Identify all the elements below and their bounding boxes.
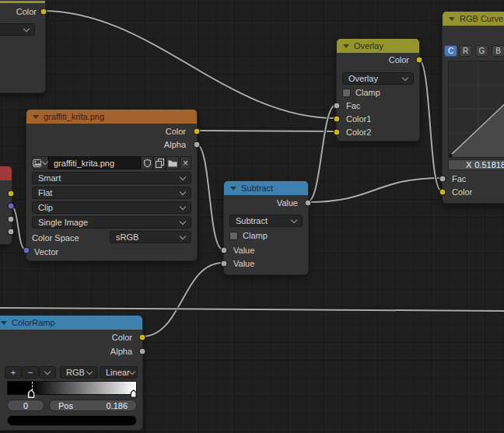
input-label-fac: Fac bbox=[452, 174, 466, 183]
node-header[interactable]: Overlay bbox=[337, 39, 419, 53]
node-rgb-curves[interactable]: RGB Curves C R G B X 0.51818 Fac Color bbox=[442, 11, 504, 204]
socket-vector-input[interactable] bbox=[23, 247, 30, 254]
blend-mode-dropdown[interactable]: Overlay bbox=[342, 72, 414, 85]
gradient-bar[interactable] bbox=[7, 381, 137, 395]
input-label-fac: Fac bbox=[346, 101, 360, 110]
collapse-arrow-icon[interactable] bbox=[230, 187, 236, 190]
channel-button-g[interactable]: G bbox=[475, 45, 488, 57]
remove-stop-button[interactable]: − bbox=[22, 366, 39, 379]
socket-output-2[interactable] bbox=[8, 203, 15, 210]
socket-value-input-1[interactable] bbox=[221, 247, 228, 254]
collapse-arrow-icon[interactable] bbox=[33, 115, 39, 119]
x-value: 0.51818 bbox=[474, 160, 504, 169]
socket-output-4[interactable] bbox=[8, 229, 15, 236]
node-header-input[interactable] bbox=[0, 166, 12, 180]
chevron-down-icon bbox=[44, 368, 51, 374]
channel-button-c[interactable]: C bbox=[444, 45, 457, 57]
duplicate-image-button[interactable] bbox=[153, 156, 166, 169]
node-math-subtract[interactable]: Subtract Value Subtract Clamp Value Valu… bbox=[223, 180, 309, 275]
socket-fac-input[interactable] bbox=[439, 176, 446, 183]
output-label: Color bbox=[389, 55, 409, 65]
color-space-label: Color Space bbox=[32, 233, 79, 243]
socket-color-input[interactable] bbox=[439, 189, 446, 196]
socket-value-output[interactable] bbox=[305, 200, 312, 207]
socket-alpha-output[interactable] bbox=[139, 348, 146, 355]
socket-output-3[interactable] bbox=[8, 216, 15, 223]
socket-color-output[interactable] bbox=[416, 57, 423, 64]
node-header[interactable]: RGB Curves bbox=[443, 12, 504, 26]
node-color-partial[interactable]: Color bbox=[0, 0, 46, 93]
socket-value-input-2[interactable] bbox=[221, 260, 228, 267]
image-browse-button[interactable] bbox=[32, 156, 48, 169]
collapse-arrow-icon[interactable] bbox=[449, 17, 455, 21]
open-image-button[interactable] bbox=[166, 156, 179, 169]
partial-dropdown[interactable] bbox=[0, 23, 35, 36]
source-dropdown[interactable]: Single Image bbox=[32, 216, 191, 229]
unlink-image-button[interactable]: × bbox=[180, 156, 191, 169]
input-label-color: Color bbox=[452, 187, 472, 197]
interpolation-value: Linear bbox=[106, 368, 130, 377]
curve-x-field[interactable]: X 0.51818 bbox=[448, 159, 504, 170]
interpolation-dropdown[interactable]: Smart bbox=[32, 172, 191, 184]
extension-dropdown[interactable]: Clip bbox=[32, 201, 191, 214]
close-icon: × bbox=[183, 159, 188, 168]
operation-dropdown[interactable]: Subtract bbox=[229, 215, 303, 227]
output-label-alpha: Alpha bbox=[110, 347, 132, 356]
node-color-ramp[interactable]: ColorRamp Color Alpha + − RGB Linear 0 P… bbox=[0, 315, 143, 431]
copy-icon bbox=[156, 159, 164, 168]
channel-button-b[interactable]: B bbox=[492, 45, 504, 57]
collapse-arrow-icon[interactable] bbox=[1, 321, 7, 325]
node-image-texture[interactable]: graffiti_krita.png Color Alpha graffiti_… bbox=[26, 109, 198, 261]
node-header[interactable]: graffiti_krita.png bbox=[26, 110, 197, 124]
stop-index-field[interactable]: 0 bbox=[7, 400, 44, 411]
node-header[interactable]: ColorRamp bbox=[0, 316, 142, 330]
clamp-row: Clamp bbox=[229, 230, 268, 241]
curve-editor-widget[interactable] bbox=[448, 61, 504, 158]
node-header-strip[interactable] bbox=[0, 1, 45, 3]
source-value: Single Image bbox=[38, 218, 88, 227]
blend-mode-value: Overlay bbox=[348, 74, 378, 83]
clamp-label: Clamp bbox=[355, 88, 380, 97]
ramp-options-button[interactable] bbox=[39, 366, 56, 379]
projection-dropdown[interactable]: Flat bbox=[32, 187, 191, 199]
noodle-image-color-to-overlay-color2[interactable] bbox=[196, 131, 336, 131]
socket-alpha-output[interactable] bbox=[194, 141, 201, 148]
color-mode-value: RGB bbox=[66, 368, 85, 377]
clamp-checkbox[interactable] bbox=[229, 232, 238, 240]
socket-fac-input[interactable] bbox=[334, 103, 341, 110]
fake-user-button[interactable] bbox=[141, 156, 153, 169]
curve-point[interactable] bbox=[450, 154, 453, 157]
channel-button-r[interactable]: R bbox=[459, 45, 472, 57]
input-row-value2: Value bbox=[233, 258, 254, 269]
color-space-dropdown[interactable]: sRGB bbox=[110, 231, 191, 243]
node-title: Overlay bbox=[354, 41, 383, 51]
image-name-field[interactable]: graffiti_krita.png bbox=[48, 156, 141, 169]
interpolation-dropdown[interactable]: Linear bbox=[100, 366, 138, 379]
socket-color1-input[interactable] bbox=[334, 116, 341, 123]
stop-position-field[interactable]: Pos 0.186 bbox=[49, 400, 137, 411]
projection-value: Flat bbox=[38, 188, 52, 197]
x-label: X bbox=[466, 160, 471, 169]
socket-color-output[interactable] bbox=[40, 9, 47, 16]
plus-icon: + bbox=[11, 368, 16, 377]
output-label-color: Color bbox=[112, 333, 132, 342]
channel-label-r: R bbox=[463, 47, 468, 55]
pos-label: Pos bbox=[58, 401, 73, 410]
node-header[interactable]: Subtract bbox=[224, 181, 308, 195]
node-title: ColorRamp bbox=[12, 318, 55, 327]
socket-color2-input[interactable] bbox=[334, 129, 341, 136]
image-name-text: graffiti_krita.png bbox=[54, 159, 114, 168]
clamp-checkbox[interactable] bbox=[342, 89, 351, 97]
node-input-partial[interactable] bbox=[0, 166, 12, 245]
add-stop-button[interactable]: + bbox=[5, 366, 22, 379]
chevron-down-icon bbox=[180, 232, 186, 239]
input-row-fac: Fac bbox=[346, 100, 360, 111]
socket-output-1[interactable] bbox=[8, 190, 15, 197]
color-mode-dropdown[interactable]: RGB bbox=[60, 366, 98, 379]
collapse-arrow-icon[interactable] bbox=[343, 44, 349, 48]
socket-color-output[interactable] bbox=[139, 334, 146, 341]
node-mix-overlay[interactable]: Overlay Color Overlay Clamp Fac Color1 C… bbox=[336, 38, 420, 141]
socket-color-output[interactable] bbox=[194, 128, 201, 135]
stop-color-swatch[interactable] bbox=[7, 415, 137, 426]
stop-index-value: 0 bbox=[23, 401, 28, 410]
